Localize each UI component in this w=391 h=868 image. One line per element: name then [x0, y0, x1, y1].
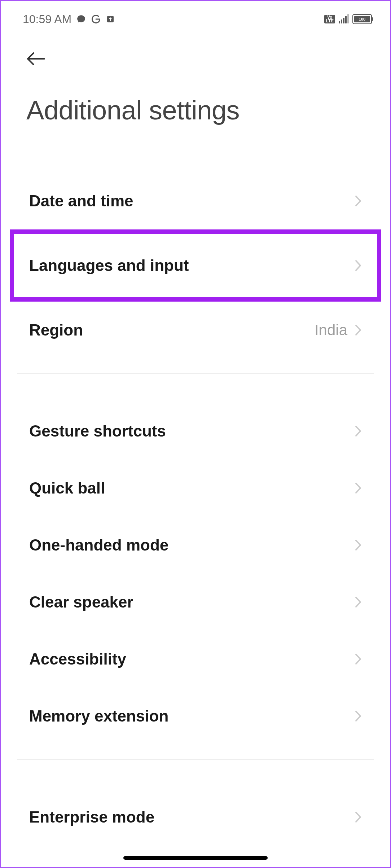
- row-value: India: [315, 321, 347, 339]
- status-left: 10:59 AM: [23, 13, 115, 26]
- chevron-right-icon: [355, 324, 362, 336]
- row-label: Date and time: [29, 192, 133, 210]
- row-right: India: [315, 321, 362, 339]
- row-quick-ball[interactable]: Quick ball: [1, 460, 390, 517]
- page-title: Additional settings: [26, 95, 365, 126]
- row-label: Region: [29, 321, 83, 339]
- row-label: Gesture shortcuts: [29, 422, 166, 440]
- row-label: Accessibility: [29, 650, 126, 668]
- volte-icon: VoLTE: [324, 15, 335, 23]
- back-button[interactable]: [26, 44, 47, 73]
- row-label: Quick ball: [29, 479, 105, 497]
- chevron-right-icon: [355, 653, 362, 665]
- row-clear-speaker[interactable]: Clear speaker: [1, 574, 390, 631]
- row-label: Enterprise mode: [29, 808, 154, 826]
- status-time: 10:59 AM: [23, 13, 71, 26]
- home-indicator[interactable]: [123, 856, 268, 860]
- row-label: One-handed mode: [29, 536, 168, 554]
- chevron-right-icon: [355, 482, 362, 494]
- row-date-time[interactable]: Date and time: [1, 172, 390, 229]
- status-bar: 10:59 AM VoLTE 100: [1, 1, 390, 34]
- chevron-right-icon: [355, 539, 362, 551]
- row-one-handed[interactable]: One-handed mode: [1, 517, 390, 574]
- chevron-right-icon: [355, 195, 362, 207]
- chevron-right-icon: [355, 259, 362, 272]
- row-label: Memory extension: [29, 707, 168, 725]
- chevron-right-icon: [355, 425, 362, 437]
- row-label: Languages and input: [29, 257, 189, 275]
- battery-level: 100: [354, 16, 370, 22]
- header: Additional settings: [1, 34, 390, 133]
- status-right: VoLTE 100: [324, 14, 372, 24]
- section-divider: [17, 373, 374, 374]
- row-languages-input[interactable]: Languages and input: [10, 229, 381, 302]
- signal-icon: [339, 15, 349, 23]
- chevron-right-icon: [355, 710, 362, 722]
- settings-list: Date and time Languages and input Region…: [1, 172, 390, 846]
- google-icon: [91, 14, 101, 24]
- chat-icon: [76, 14, 86, 24]
- row-memory-extension[interactable]: Memory extension: [1, 688, 390, 745]
- upload-icon: [106, 15, 115, 23]
- row-gesture-shortcuts[interactable]: Gesture shortcuts: [1, 403, 390, 460]
- row-label: Clear speaker: [29, 593, 133, 611]
- section-divider: [17, 759, 374, 760]
- row-enterprise-mode[interactable]: Enterprise mode: [1, 789, 390, 846]
- row-region[interactable]: Region India: [1, 302, 390, 359]
- row-accessibility[interactable]: Accessibility: [1, 631, 390, 688]
- chevron-right-icon: [355, 596, 362, 608]
- back-arrow-icon: [26, 52, 47, 66]
- battery-icon: 100: [352, 14, 372, 24]
- chevron-right-icon: [355, 811, 362, 823]
